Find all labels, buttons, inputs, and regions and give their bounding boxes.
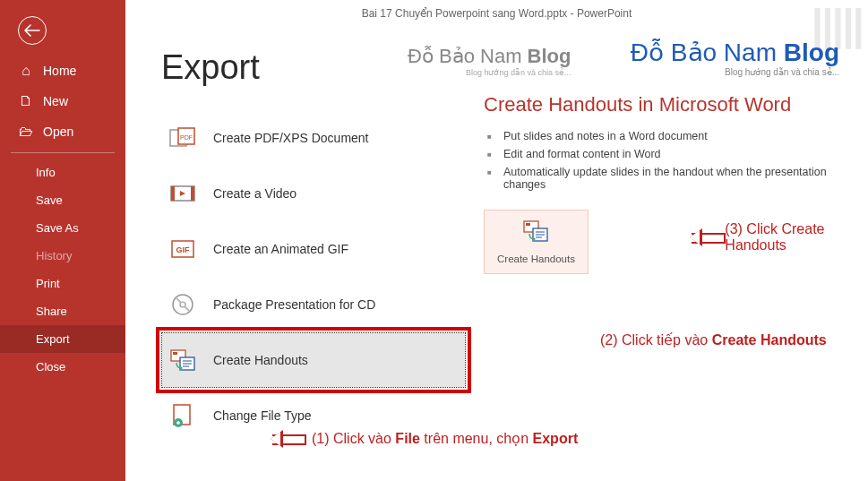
change-filetype-icon bbox=[168, 404, 197, 427]
brand-logo-top: Đỗ Bảo Nam Blog Blog hướng dẫn và chia s… bbox=[631, 38, 839, 77]
back-button[interactable] bbox=[18, 16, 47, 45]
nav-home[interactable]: ⌂Home bbox=[0, 56, 125, 86]
bullet-item: Automatically update slides in the hando… bbox=[484, 163, 841, 193]
nav-info[interactable]: Info bbox=[0, 159, 125, 186]
nav-close[interactable]: Close bbox=[0, 353, 125, 381]
svg-rect-11 bbox=[173, 352, 177, 355]
svg-point-8 bbox=[173, 295, 193, 314]
handouts-icon bbox=[522, 219, 549, 248]
home-icon: ⌂ bbox=[18, 63, 34, 79]
nav-history[interactable]: History bbox=[0, 242, 125, 270]
nav-print[interactable]: Print bbox=[0, 270, 125, 297]
arrow-left-icon bbox=[681, 229, 719, 245]
svg-text:PDF: PDF bbox=[180, 134, 193, 141]
window-title: Bai 17 Chuyển Powerpoint sang Word.pptx … bbox=[125, 0, 868, 23]
svg-rect-5 bbox=[191, 186, 194, 201]
bullet-item: Put slides and notes in a Word document bbox=[484, 127, 841, 145]
brand-logo-mid: Đỗ Bảo Nam Blog Blog hướng dẫn và chia s… bbox=[408, 45, 571, 77]
export-gif[interactable]: GIF Create an Animated GIF bbox=[161, 221, 466, 277]
file-menu-sidebar: ⌂Home 🗋New 🗁Open Info Save Save As Histo… bbox=[0, 0, 125, 481]
gif-icon: GIF bbox=[168, 237, 197, 261]
video-icon bbox=[168, 182, 197, 205]
detail-title: Create Handouts in Microsoft Word bbox=[484, 93, 841, 116]
export-options-list: PDF Create PDF/XPS Document Create a Vid… bbox=[161, 110, 466, 443]
handouts-icon bbox=[168, 348, 197, 372]
svg-rect-4 bbox=[171, 186, 175, 201]
cd-icon bbox=[168, 293, 197, 316]
divider bbox=[11, 152, 115, 153]
export-pdf-xps[interactable]: PDF Create PDF/XPS Document bbox=[161, 110, 466, 166]
nav-new[interactable]: 🗋New bbox=[0, 86, 125, 116]
main-panel: ||||| Bai 17 Chuyển Powerpoint sang Word… bbox=[125, 0, 868, 481]
open-icon: 🗁 bbox=[18, 124, 34, 140]
svg-text:GIF: GIF bbox=[176, 245, 191, 254]
nav-save[interactable]: Save bbox=[0, 186, 125, 214]
annotation-step-3: (3) Click Create Handouts bbox=[681, 221, 868, 253]
svg-rect-16 bbox=[526, 223, 530, 226]
pdf-icon: PDF bbox=[168, 126, 197, 150]
nav-share[interactable]: Share bbox=[0, 297, 125, 325]
annotation-step-1: (1) Click vào File trên menu, chọn Expor… bbox=[262, 430, 578, 447]
bullet-item: Edit and format content in Word bbox=[484, 145, 841, 163]
arrow-left-icon bbox=[262, 431, 306, 447]
export-video[interactable]: Create a Video bbox=[161, 166, 466, 221]
arrow-left-icon bbox=[24, 24, 40, 37]
new-icon: 🗋 bbox=[18, 93, 34, 109]
export-handouts[interactable]: Create Handouts bbox=[161, 332, 466, 388]
create-handouts-button[interactable]: Create Handouts bbox=[484, 210, 589, 274]
nav-export[interactable]: Export bbox=[0, 325, 125, 353]
annotation-step-2: (2) Click tiếp vào Create Handouts bbox=[600, 331, 827, 348]
nav-save-as[interactable]: Save As bbox=[0, 214, 125, 242]
nav-open[interactable]: 🗁Open bbox=[0, 116, 125, 147]
detail-bullets: Put slides and notes in a Word document … bbox=[484, 127, 841, 193]
export-cd[interactable]: Package Presentation for CD bbox=[161, 277, 466, 332]
